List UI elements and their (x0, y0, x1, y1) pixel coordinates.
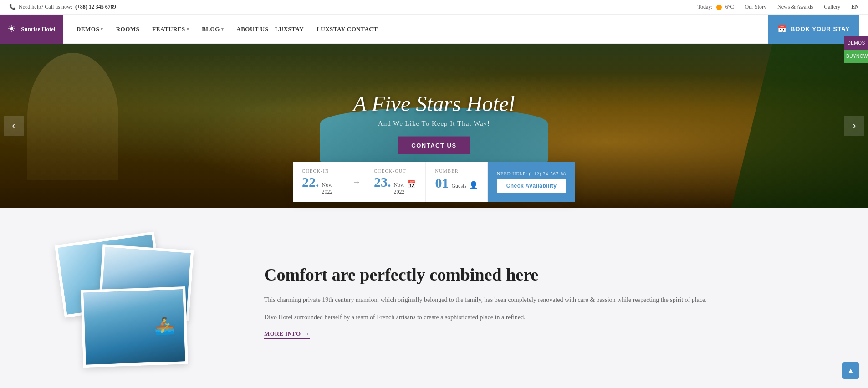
about-title: Comfort are perfectly combined here (264, 265, 813, 286)
chevron-down-icon: ▾ (101, 27, 103, 31)
chevron-down-icon: ▾ (221, 27, 224, 31)
booking-bar-wrapper: CHECK-IN 22. Nov. 2022 → CHECK-OUT 23. N… (0, 185, 868, 202)
date-arrow: → (348, 162, 365, 202)
checkin-month: Nov. 2022 (322, 182, 339, 195)
demos-widget-button[interactable]: Demos (844, 36, 868, 50)
guests-row: 01 Guests 👤 (435, 175, 478, 191)
booking-help-section: NEED HELP: (+12) 34-567-88 Check Availab… (488, 162, 575, 202)
about-desc-2: Divo Hotel surrounded herself by a team … (264, 312, 813, 323)
more-info-link[interactable]: MORE INFO → (264, 330, 310, 339)
phone-number[interactable]: (+88) 12 345 6789 (75, 4, 116, 10)
weather-today-label: Today: (697, 4, 712, 10)
logo-area[interactable]: ☀ Sunrise Hotel (0, 15, 63, 44)
nav-demos[interactable]: DEMOS ▾ (77, 26, 103, 33)
checkout-date-row: 23. Nov. 2022 📅 (374, 175, 417, 195)
check-availability-button[interactable]: Check Availability (497, 179, 566, 193)
about-text: Comfort are perfectly combined here This… (264, 265, 813, 339)
phone-icon: 📞 (9, 4, 16, 10)
checkin-date-row: 22. Nov. 2022 (302, 175, 339, 195)
main-nav: DEMOS ▾ ROOMS FEATURES ▾ BLOG ▾ ABOUT US… (77, 26, 378, 33)
hero-prev-button[interactable]: ‹ (4, 116, 24, 136)
top-bar: 📞 Need help? Call us now: (+88) 12 345 6… (0, 0, 868, 15)
contact-us-button[interactable]: CONTACT US (398, 137, 470, 154)
language-selector[interactable]: EN (851, 4, 859, 10)
checkin-section: CHECK-IN 22. Nov. 2022 (293, 162, 348, 202)
photos-collage: ❄ 🏛 🚣 (55, 229, 228, 375)
nav-blog[interactable]: BLOG ▾ (202, 26, 224, 33)
calendar-icon-guests[interactable]: 👤 (469, 181, 478, 189)
guests-label: Guests (451, 183, 466, 189)
our-story-link[interactable]: Our Story (745, 4, 766, 10)
photo-card-3: 🚣 (81, 286, 188, 368)
checkout-section: CHECK-OUT 23. Nov. 2022 📅 (365, 162, 426, 202)
sun-icon (715, 3, 724, 12)
booking-bar: CHECK-IN 22. Nov. 2022 → CHECK-OUT 23. N… (293, 162, 575, 202)
about-desc-1: This charming private 19th century mansi… (264, 295, 813, 306)
checkin-day: 22. (302, 175, 319, 189)
phone-help-label: Need help? Call us now: (19, 4, 72, 10)
hero-title: A Five Stars Hotel (353, 91, 515, 116)
top-bar-left: 📞 Need help? Call us now: (+88) 12 345 6… (9, 4, 116, 10)
logo-text: Sunrise Hotel (21, 26, 55, 33)
hero-arch (27, 53, 118, 180)
help-label: NEED HELP: (+12) 34-567-88 (497, 171, 566, 176)
weather-widget: Today: 6°C (697, 3, 734, 12)
top-bar-right: Today: 6°C Our Story News & Awards Galle… (697, 3, 859, 12)
nav-contact[interactable]: LUXSTAY CONTACT (317, 26, 378, 33)
nav-rooms[interactable]: ROOMS (116, 26, 140, 33)
nav-about[interactable]: ABOUT US – LUXSTAY (236, 26, 304, 33)
calendar-icon: 📅 (777, 25, 787, 33)
scroll-to-top-button[interactable]: ▲ (842, 362, 859, 379)
number-label: NUMBER (435, 168, 478, 174)
hero-content: A Five Stars Hotel And We Like To Keep I… (353, 91, 515, 154)
calendar-icon-checkout[interactable]: 📅 (407, 180, 416, 189)
nav-features[interactable]: FEATURES ▾ (152, 26, 189, 33)
buynow-widget-button[interactable]: BuyNow (844, 50, 868, 63)
checkin-label: CHECK-IN (302, 168, 339, 174)
hero-next-button[interactable]: › (844, 116, 864, 136)
checkout-label: CHECK-OUT (374, 168, 417, 174)
side-widgets: Demos BuyNow (844, 36, 868, 63)
checkout-month: Nov. 2022 (393, 182, 404, 195)
checkout-day: 23. (374, 175, 391, 189)
guests-section: NUMBER 01 Guests 👤 (426, 162, 488, 202)
temperature: 6°C (725, 4, 734, 10)
header: ☀ Sunrise Hotel DEMOS ▾ ROOMS FEATURES ▾… (0, 15, 868, 44)
chevron-down-icon: ▾ (187, 27, 189, 31)
person-icon: 🚣 (154, 316, 175, 336)
about-section: ❄ 🏛 🚣 Comfort are perfectly combined her… (0, 202, 868, 388)
logo-icon: ☀ (7, 23, 16, 35)
news-awards-link[interactable]: News & Awards (777, 4, 813, 10)
gallery-link[interactable]: Gallery (824, 4, 840, 10)
guests-count: 01 (435, 175, 449, 191)
hero-subtitle: And We Like To Keep It That Way! (353, 120, 515, 128)
